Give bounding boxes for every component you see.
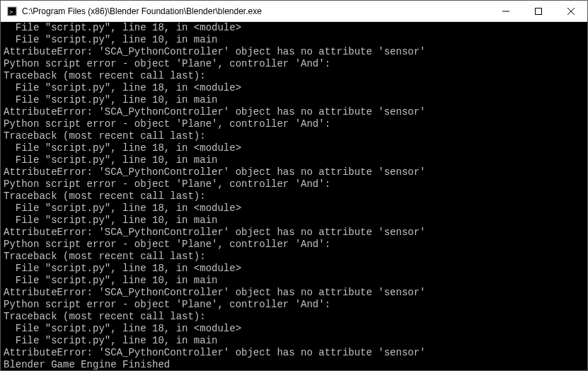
console-window: >_ C:\Program Files (x86)\Blender Founda… <box>0 0 588 371</box>
console-line: Traceback (most recent call last): <box>4 311 584 323</box>
console-line: Python script error - object 'Plane', co… <box>4 58 584 70</box>
console-line: File "script.py", line 18, in <module> <box>4 263 584 275</box>
console-line: Blender Game Engine Finished <box>4 359 584 370</box>
console-line: Python script error - object 'Plane', co… <box>4 299 584 311</box>
console-line: AttributeError: 'SCA_PythonController' o… <box>4 166 584 178</box>
console-line: File "script.py", line 18, in <module> <box>4 22 584 34</box>
console-line: File "script.py", line 10, in main <box>4 275 584 287</box>
console-line: Traceback (most recent call last): <box>4 190 584 202</box>
console-line: File "script.py", line 10, in main <box>4 154 584 166</box>
console-line: Traceback (most recent call last): <box>4 130 584 142</box>
close-button[interactable] <box>555 1 587 21</box>
console-line: File "script.py", line 18, in <module> <box>4 323 584 335</box>
console-line: File "script.py", line 10, in main <box>4 94 584 106</box>
console-line: Python script error - object 'Plane', co… <box>4 239 584 251</box>
minimize-button[interactable] <box>490 1 522 21</box>
console-line: Python script error - object 'Plane', co… <box>4 118 584 130</box>
titlebar-buttons <box>490 1 587 21</box>
maximize-button[interactable] <box>522 1 555 21</box>
console-line: Traceback (most recent call last): <box>4 70 584 82</box>
console-line: File "script.py", line 18, in <module> <box>4 142 584 154</box>
console-line: AttributeError: 'SCA_PythonController' o… <box>4 46 584 58</box>
console-line: AttributeError: 'SCA_PythonController' o… <box>4 106 584 118</box>
console-line: File "script.py", line 18, in <module> <box>4 202 584 215</box>
console-line: Python script error - object 'Plane', co… <box>4 178 584 190</box>
console-line: File "script.py", line 10, in main <box>4 215 584 227</box>
svg-rect-3 <box>536 8 542 14</box>
console-line: AttributeError: 'SCA_PythonController' o… <box>4 347 584 359</box>
window-title: C:\Program Files (x86)\Blender Foundatio… <box>22 6 490 16</box>
titlebar[interactable]: >_ C:\Program Files (x86)\Blender Founda… <box>1 1 587 22</box>
console-line: AttributeError: 'SCA_PythonController' o… <box>4 227 584 239</box>
console-line: AttributeError: 'SCA_PythonController' o… <box>4 287 584 299</box>
console-line: Traceback (most recent call last): <box>4 251 584 263</box>
console-line: File "script.py", line 10, in main <box>4 335 584 347</box>
console-line: File "script.py", line 10, in main <box>4 34 584 46</box>
svg-text:>_: >_ <box>9 8 17 16</box>
app-icon: >_ <box>6 6 18 17</box>
console-output[interactable]: File "script.py", line 18, in <module> F… <box>1 22 587 370</box>
console-line: File "script.py", line 18, in <module> <box>4 82 584 94</box>
